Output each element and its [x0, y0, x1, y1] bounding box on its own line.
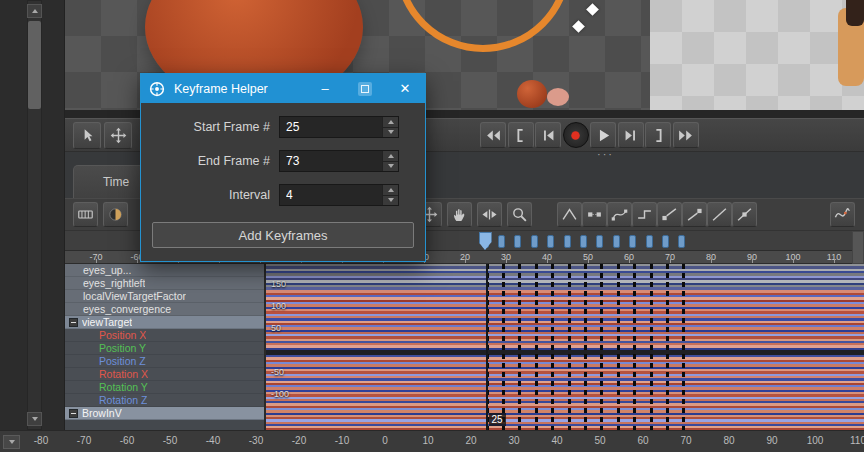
animation-app-window: ··· Time -70-60-50-40-30-20-100102030405…	[0, 0, 864, 452]
down-arrow-icon	[388, 198, 394, 202]
keyframe-column-line	[568, 264, 571, 430]
ruler-tick	[96, 259, 97, 263]
select-cursor-button[interactable]	[73, 122, 101, 149]
stepped-keys-button[interactable]	[582, 202, 607, 227]
key-in-tangent-button[interactable]	[682, 202, 707, 227]
clip-half-button[interactable]	[103, 202, 128, 227]
track-row-rotation-x[interactable]: Rotation X	[65, 368, 264, 381]
start-frame-down-button[interactable]	[382, 127, 398, 138]
end-frame-input[interactable]	[279, 150, 399, 172]
keyframe-tick[interactable]	[613, 235, 620, 248]
slope-key-icon	[736, 206, 753, 223]
collapse-toggle-icon[interactable]	[69, 318, 78, 327]
track-row-localviewtargetfactor[interactable]: localViewTargetFactor	[65, 290, 264, 303]
wave-curve-icon	[834, 206, 851, 223]
start-frame-input[interactable]	[279, 116, 399, 138]
track-row-eyes-up-[interactable]: eyes_up...	[65, 264, 264, 277]
axis-value-label: -100	[271, 389, 289, 399]
scrollbar-thumb[interactable]	[28, 21, 41, 109]
slope-line-button[interactable]	[707, 202, 732, 227]
linear-peak-button[interactable]	[557, 202, 582, 227]
hand-tool-button[interactable]	[447, 202, 472, 227]
next-frame-button[interactable]	[618, 122, 644, 148]
zoom-magnifier-button[interactable]	[507, 202, 532, 227]
step-hold-button[interactable]	[632, 202, 657, 227]
bracket-out-button[interactable]	[645, 122, 671, 148]
track-row-position-y[interactable]: Position Y	[65, 342, 264, 355]
keyframe-column-line	[535, 264, 538, 430]
panel-resize-handle[interactable]: ···	[597, 148, 614, 160]
playhead-marker[interactable]	[479, 232, 492, 250]
maximize-button[interactable]	[345, 74, 385, 103]
track-row-eyes-rightleft[interactable]: eyes_rightleft	[65, 277, 264, 290]
curve-keys-button[interactable]	[607, 202, 632, 227]
skip-back-button[interactable]	[480, 122, 506, 148]
end-frame-down-button[interactable]	[382, 161, 398, 172]
film-track-icon	[77, 206, 94, 223]
key-out-tangent-button[interactable]	[657, 202, 682, 227]
track-label: Position Y	[99, 342, 146, 354]
scroll-down-button[interactable]	[27, 412, 42, 426]
small-red-sphere	[517, 80, 547, 108]
bottom-ruler[interactable]: -80-70-60-50-40-30-20-100102030405060708…	[0, 430, 864, 452]
keyframe-tick[interactable]	[629, 235, 636, 248]
slope-key-button[interactable]	[732, 202, 757, 227]
ruler-frame-label: -80	[23, 435, 59, 446]
keyframe-tick[interactable]	[498, 235, 505, 248]
track-row-browinv[interactable]: BrowInV	[65, 407, 264, 420]
film-track-button[interactable]	[73, 202, 98, 227]
move-tool-button[interactable]	[104, 122, 132, 149]
start-frame-label: Start Frame #	[141, 120, 279, 134]
start-frame-up-button[interactable]	[382, 117, 398, 127]
curve-graph-area[interactable]: 15010050-50-100 25	[265, 264, 864, 430]
play-button[interactable]	[590, 122, 616, 148]
track-row-position-z[interactable]: Position Z	[65, 355, 264, 368]
track-label: viewTarget	[82, 316, 132, 328]
keyframe-helper-icon	[148, 80, 166, 98]
wave-curve-button[interactable]	[830, 202, 855, 227]
dialog-titlebar[interactable]: Keyframe Helper – ✕	[141, 74, 425, 103]
ruler-tick	[465, 259, 466, 263]
down-arrow-icon	[32, 417, 38, 421]
skip-forward-button[interactable]	[673, 122, 699, 148]
track-row-viewtarget[interactable]: viewTarget	[65, 316, 264, 329]
scrollbar-corner	[852, 231, 864, 264]
track-row-eyes-convergence[interactable]: eyes_convergence	[65, 303, 264, 316]
linear-peak-icon	[561, 206, 578, 223]
track-label: Rotation Z	[99, 394, 147, 406]
interval-spinbox	[279, 184, 399, 206]
track-row-position-x[interactable]: Position X	[65, 329, 264, 342]
close-button[interactable]: ✕	[385, 74, 425, 103]
keyframe-tick[interactable]	[547, 235, 554, 248]
end-frame-up-button[interactable]	[382, 151, 398, 161]
keyframe-tick[interactable]	[678, 235, 685, 248]
scroll-up-button[interactable]	[27, 4, 42, 18]
keyframe-tick[interactable]	[662, 235, 669, 248]
track-row-rotation-y[interactable]: Rotation Y	[65, 381, 264, 394]
record-button[interactable]	[563, 122, 589, 148]
h-expand-button[interactable]	[477, 202, 502, 227]
prev-frame-button[interactable]	[535, 122, 561, 148]
prev-frame-icon	[540, 127, 557, 144]
playhead-line[interactable]	[486, 264, 488, 430]
keyframe-tick[interactable]	[596, 235, 603, 248]
keyframe-tick[interactable]	[646, 235, 653, 248]
collapse-toggle-icon[interactable]	[69, 409, 78, 418]
ruler-frame-label: 40	[539, 435, 575, 446]
axis-value-label: -50	[271, 367, 284, 377]
keyframe-tick[interactable]	[531, 235, 538, 248]
track-label: Rotation X	[99, 368, 148, 380]
interval-up-button[interactable]	[382, 185, 398, 195]
minimize-button[interactable]: –	[305, 74, 345, 103]
bracket-in-button[interactable]	[508, 122, 534, 148]
interval-input[interactable]	[279, 184, 399, 206]
keyframe-tick[interactable]	[514, 235, 521, 248]
ruler-options-button[interactable]	[3, 435, 20, 449]
track-row-rotation-z[interactable]: Rotation Z	[65, 394, 264, 407]
axis-value-label: 100	[271, 301, 286, 311]
keyframe-tick[interactable]	[564, 235, 571, 248]
ruler-tick	[506, 259, 507, 263]
keyframe-tick[interactable]	[580, 235, 587, 248]
interval-down-button[interactable]	[382, 195, 398, 206]
add-keyframes-button[interactable]: Add Keyframes	[152, 222, 414, 248]
